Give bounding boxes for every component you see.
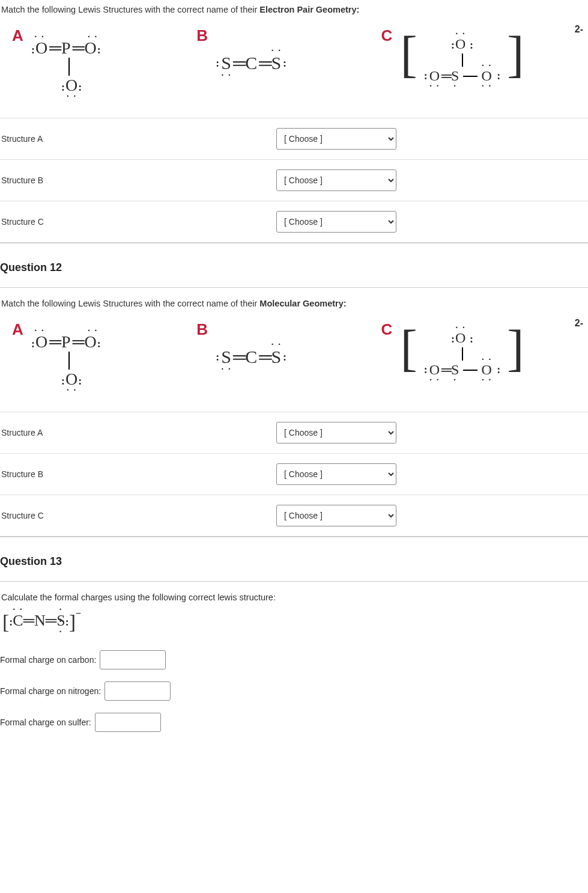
- structure-b: B : S· · ═C═ · ·S:: [196, 26, 369, 94]
- question-13-header: Question 13: [0, 537, 588, 582]
- lewis-structure-c-q12: [ :· ·O : :O· · ═ S· · · ·O· · : ]: [400, 325, 588, 378]
- fc-nitrogen-input[interactable]: [105, 681, 171, 701]
- fc-nitrogen-row: Formal charge on nitrogen:: [0, 675, 588, 707]
- q11-structures: A · ·:O ═ P ═ · ·O: :O· ·: B : S· · ═C═ …: [0, 20, 588, 118]
- q11-prompt-text: Match the following Lewis Structures wit…: [1, 5, 259, 14]
- q12-row-c: Structure C [ Choose ]: [0, 495, 588, 536]
- structure-c-q12-label: C: [381, 320, 392, 339]
- q12-structures: A · ·:O ═P═ · ·O: :O· ·: B :S· · ═C═ · ·…: [0, 314, 588, 412]
- q12-row-b: Structure B [ Choose ]: [0, 453, 588, 495]
- structure-a-q12-label: A: [12, 320, 23, 339]
- q11-row-b-label: Structure B: [0, 175, 276, 185]
- question-12: Match the following Lewis Structures wit…: [0, 288, 588, 537]
- structure-b-q12: B :S· · ═C═ · ·S:: [196, 320, 369, 388]
- q12-row-a: Structure A [ Choose ]: [0, 412, 588, 453]
- q11-select-c[interactable]: [ Choose ]: [276, 211, 396, 233]
- q12-prompt: Match the following Lewis Structures wit…: [0, 288, 588, 314]
- lewis-structure-c: [ :· ·O : :O· · ═ S· · · ·O· · : ]: [400, 31, 588, 84]
- question-13: Calculate the formal charges using the f…: [0, 582, 588, 750]
- q12-select-b[interactable]: [ Choose ]: [276, 463, 396, 485]
- fc-nitrogen-label: Formal charge on nitrogen:: [0, 686, 101, 696]
- q11-row-a: Structure A [ Choose ]: [0, 118, 588, 159]
- lewis-structure-b-q12: :S· · ═C═ · ·S:: [216, 347, 369, 367]
- q11-prompt-bold: Electron Pair Geometry:: [259, 5, 359, 14]
- q12-prompt-text: Match the following Lewis Structures wit…: [1, 299, 259, 308]
- question-11: Match the following Lewis Structures wit…: [0, 0, 588, 243]
- fc-carbon-input[interactable]: [100, 650, 166, 669]
- q11-select-a[interactable]: [ Choose ]: [276, 128, 396, 150]
- q11-row-b: Structure B [ Choose ]: [0, 159, 588, 201]
- fc-sulfer-label: Formal charge on sulfer:: [0, 718, 91, 727]
- q11-row-c-label: Structure C: [0, 217, 276, 227]
- fc-sulfer-input[interactable]: [95, 713, 161, 732]
- structure-a-q12: A · ·:O ═P═ · ·O: :O· ·:: [12, 320, 184, 388]
- lewis-structure-a-q12: · ·:O ═P═ · ·O: :O· ·:: [31, 334, 184, 388]
- q11-row-a-label: Structure A: [0, 134, 276, 144]
- q12-select-a[interactable]: [ Choose ]: [276, 422, 396, 443]
- structure-c: C 2- [ :· ·O : :O· · ═ S· · · ·O· · : ]: [381, 26, 588, 94]
- q13-prompt: Calculate the formal charges using the f…: [0, 582, 588, 608]
- lewis-structure-a: · ·:O ═ P ═ · ·O: :O· ·:: [31, 40, 184, 94]
- q12-row-a-label: Structure A: [0, 428, 276, 437]
- structure-b-q12-label: B: [196, 320, 208, 339]
- fc-sulfer-row: Formal charge on sulfer:: [0, 707, 588, 738]
- question-12-header: Question 12: [0, 243, 588, 288]
- fc-carbon-label: Formal charge on carbon:: [0, 655, 96, 665]
- structure-c-q12: C 2- [ :· ·O : :O· · ═ S· · · ·O· · : ]: [381, 320, 588, 388]
- q12-row-c-label: Structure C: [0, 511, 276, 520]
- q11-row-c: Structure C [ Choose ]: [0, 201, 588, 242]
- q12-prompt-bold: Molecular Geometry:: [259, 299, 346, 308]
- q11-select-b[interactable]: [ Choose ]: [276, 169, 396, 191]
- q12-select-c[interactable]: [ Choose ]: [276, 505, 396, 526]
- lewis-structure-q13: [:· ·C═N═· ·S· ·:]−: [0, 608, 81, 644]
- structure-a-label: A: [12, 26, 23, 45]
- structure-c-label: C: [381, 26, 392, 45]
- q11-prompt: Match the following Lewis Structures wit…: [0, 0, 588, 20]
- q12-row-b-label: Structure B: [0, 469, 276, 479]
- fc-carbon-row: Formal charge on carbon:: [0, 644, 588, 675]
- structure-a: A · ·:O ═ P ═ · ·O: :O· ·:: [12, 26, 184, 94]
- lewis-structure-b: : S· · ═C═ · ·S:: [216, 53, 369, 73]
- structure-b-label: B: [196, 26, 208, 45]
